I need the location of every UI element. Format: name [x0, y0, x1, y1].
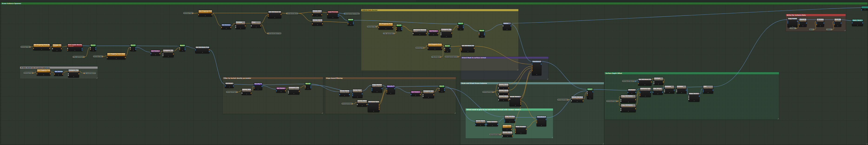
- input-port[interactable]: [620, 99, 621, 100]
- output-port[interactable]: [349, 94, 350, 95]
- node-get-points-count-3[interactable]: Get Points Count: [276, 87, 286, 93]
- node-gather[interactable]: Gather: [503, 22, 511, 30]
- wire[interactable]: [298, 13, 312, 21]
- output-port[interactable]: [379, 105, 380, 107]
- input-port[interactable]: [640, 95, 641, 96]
- input-port[interactable]: [428, 33, 429, 34]
- wire[interactable]: [135, 46, 180, 46]
- wire[interactable]: [592, 89, 628, 90]
- wire[interactable]: [546, 91, 587, 118]
- node-compare-greater-3[interactable]: Compare: GreaterAttribute Compare Op: [423, 90, 434, 98]
- wire[interactable]: [395, 88, 411, 93]
- output-port[interactable]: [394, 88, 395, 89]
- collapse-indicator[interactable]: [362, 106, 363, 106]
- node-floor[interactable]: FloorAttribute Maths Op: [251, 21, 261, 28]
- reroute-pill-current-scene-instance-out[interactable]: Current Scene Instance: [286, 12, 298, 14]
- collapse-indicator[interactable]: [293, 93, 294, 94]
- input-port[interactable]: [107, 57, 107, 58]
- wire[interactable]: [463, 24, 479, 31]
- pill-port[interactable]: [84, 57, 84, 57]
- output-port[interactable]: [125, 57, 126, 58]
- input-port[interactable]: [787, 21, 788, 22]
- node-one-minus[interactable]: One MinusAttribute Maths Op: [653, 88, 663, 95]
- input-port[interactable]: [532, 68, 533, 69]
- input-port[interactable]: [36, 73, 37, 75]
- collapse-indicator[interactable]: [93, 50, 93, 51]
- output-port[interactable]: [321, 14, 322, 16]
- pill-port[interactable]: [795, 28, 796, 29]
- input-port[interactable]: [458, 25, 458, 27]
- node-attribute-remap-2[interactable]: Attribute Remap: [368, 101, 379, 112]
- node-copy-attributes-rotation[interactable]: Copy AttributesPointDensityRotation: [504, 115, 515, 123]
- input-port[interactable]: [444, 49, 445, 51]
- input-port[interactable]: [478, 34, 479, 35]
- collapse-indicator[interactable]: [631, 93, 632, 93]
- collapse-indicator[interactable]: [74, 50, 75, 51]
- output-port[interactable]: [62, 73, 63, 75]
- output-port[interactable]: [520, 98, 521, 100]
- input-port[interactable]: [327, 14, 328, 15]
- input-port[interactable]: [620, 108, 621, 109]
- output-port[interactable]: [310, 87, 311, 88]
- collapse-indicator[interactable]: [258, 89, 258, 89]
- collapse-indicator[interactable]: [536, 74, 537, 75]
- input-port[interactable]: [179, 47, 180, 49]
- input-port[interactable]: [423, 94, 424, 95]
- node-get-attribute-set-item-index-1[interactable]: Get Attribute Set Item Index: [268, 11, 281, 19]
- output-port[interactable]: [393, 27, 393, 28]
- input-port[interactable]: [461, 48, 462, 49]
- output-port[interactable]: [379, 107, 380, 108]
- node-bunch-10[interactable]: Bunch: [439, 85, 445, 92]
- collapse-indicator[interactable]: [373, 111, 374, 112]
- reroute-pill-current-scene-instance-index-1[interactable]: Current Scene Instance Index: [445, 56, 459, 58]
- node-compare-equal-1[interactable]: Compare: EqualAttribute Compare Op: [441, 28, 452, 37]
- input-port[interactable]: [195, 49, 196, 51]
- wire[interactable]: [511, 8, 861, 23]
- collapse-indicator[interactable]: [155, 55, 156, 55]
- pill-port[interactable]: [192, 13, 193, 14]
- input-port[interactable]: [268, 14, 269, 15]
- output-port[interactable]: [135, 47, 136, 49]
- reroute-pill-current-data-asset-2[interactable]: Current Data Asset: [93, 55, 103, 57]
- collapse-indicator[interactable]: [507, 129, 507, 130]
- node-get-points-count-2[interactable]: Get Points Count: [429, 30, 438, 36]
- reroute-pill-current-data-asset-5[interactable]: Current Data Asset: [415, 47, 425, 49]
- output-port[interactable]: [651, 81, 652, 83]
- reroute-pill-current-data-asset-6[interactable]: Current Data Asset: [24, 72, 34, 74]
- node-copy-attributes-depthrange-y[interactable]: Copy AttributesSurfaceDepthRange.Y to Ou…: [621, 104, 636, 112]
- input-port[interactable]: [703, 91, 704, 92]
- node-get-property-from-object-path-6[interactable]: Get Property From Object PathSceneInstan…: [37, 69, 51, 76]
- node-attribute-remove-duplicates[interactable]: Attribute Remove Duplicates(None): [413, 29, 427, 35]
- pill-port[interactable]: [423, 48, 424, 49]
- wire[interactable]: [285, 88, 288, 89]
- collapse-indicator[interactable]: [116, 58, 117, 59]
- wire[interactable]: [521, 72, 532, 99]
- output-port[interactable]: [635, 92, 636, 93]
- pill-port[interactable]: [635, 81, 636, 82]
- output-port[interactable]: [251, 92, 251, 94]
- output-port[interactable]: [420, 94, 421, 95]
- wire[interactable]: [420, 92, 423, 93]
- wire[interactable]: [82, 46, 90, 46]
- wire[interactable]: [50, 72, 54, 72]
- input-port[interactable]: [458, 27, 458, 28]
- collapse-indicator[interactable]: [503, 94, 504, 95]
- pill-port[interactable]: [394, 33, 395, 34]
- node-bunch-1[interactable]: Bunch: [90, 44, 96, 51]
- pill-port[interactable]: [268, 33, 269, 34]
- input-port[interactable]: [67, 48, 68, 49]
- node-planet-rgb[interactable]: Planet RGBPlanet RGB: [799, 19, 807, 27]
- node-attribute-remap-1[interactable]: Attribute Remap$Density to $Density: [640, 88, 651, 97]
- reroute-pill-has-no-scene-instances-3[interactable]: Has NO Scene Instances: [83, 72, 96, 74]
- output-port[interactable]: [185, 47, 186, 49]
- input-port[interactable]: [571, 100, 572, 102]
- output-port[interactable]: [362, 93, 363, 94]
- input-port[interactable]: [688, 99, 689, 100]
- output-port[interactable]: [159, 53, 160, 54]
- collapse-indicator[interactable]: [317, 24, 318, 25]
- node-get-property-from-object-path-5[interactable]: Get Property From Object PathSceneInstan…: [428, 43, 442, 50]
- node-break-vector-attribute[interactable]: Break Vector Attribute: [509, 96, 521, 106]
- reroute-pill-current-scene-instance-properties-1[interactable]: Current Scene Instance Properties: [622, 80, 637, 82]
- input-port[interactable]: [352, 95, 353, 96]
- node-attribute-noise-1[interactable]: Attribute Noise: [628, 89, 636, 94]
